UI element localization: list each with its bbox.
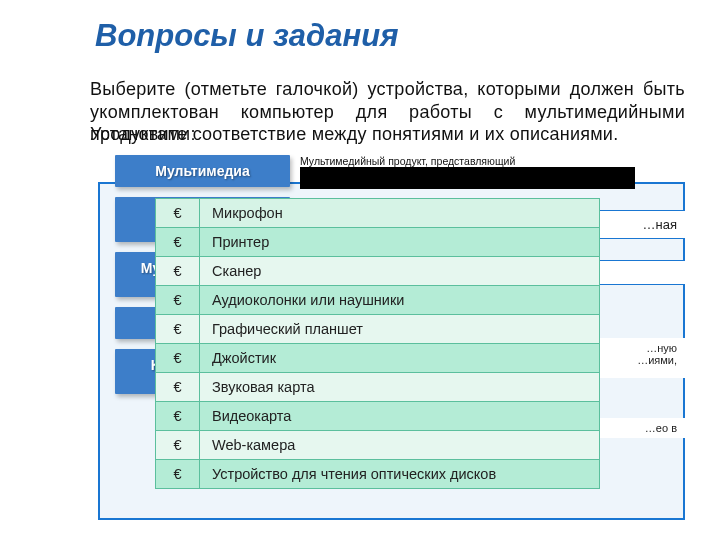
right-fragment-3 bbox=[595, 260, 685, 285]
checkbox-cell[interactable]: € bbox=[156, 373, 200, 402]
device-row: €Сканер bbox=[156, 257, 600, 286]
device-row: €Графический планшет bbox=[156, 315, 600, 344]
device-label: Джойстик bbox=[200, 344, 600, 373]
device-row: €Web-камера bbox=[156, 431, 600, 460]
device-row: €Принтер bbox=[156, 228, 600, 257]
device-label: Принтер bbox=[200, 228, 600, 257]
checkbox-cell[interactable]: € bbox=[156, 199, 200, 228]
checkbox-cell[interactable]: € bbox=[156, 228, 200, 257]
device-label: Видеокарта bbox=[200, 402, 600, 431]
device-label: Микрофон bbox=[200, 199, 600, 228]
prompts: Выберите (отметьте галочкой) устройства,… bbox=[90, 78, 685, 145]
device-row: €Звуковая карта bbox=[156, 373, 600, 402]
checkbox-cell[interactable]: € bbox=[156, 431, 200, 460]
device-label: Web-камера bbox=[200, 431, 600, 460]
frag-line2: собой последовательность слайдов, содерж… bbox=[300, 167, 635, 189]
checkbox-cell[interactable]: € bbox=[156, 286, 200, 315]
right-fragment-2: …ная bbox=[595, 210, 685, 239]
rf4b: …иями, bbox=[637, 354, 677, 366]
device-label: Устройство для чтения оптических дисков bbox=[200, 460, 600, 489]
device-row: €Микрофон bbox=[156, 199, 600, 228]
device-row: €Аудиоколонки или наушники bbox=[156, 286, 600, 315]
checkbox-cell[interactable]: € bbox=[156, 402, 200, 431]
slide: Вопросы и задания Выберите (отметьте гал… bbox=[0, 0, 720, 540]
checkbox-cell[interactable]: € bbox=[156, 315, 200, 344]
device-row: €Джойстик bbox=[156, 344, 600, 373]
device-label: Сканер bbox=[200, 257, 600, 286]
description-fragment-top: Мультимедийный продукт, представляющий с… bbox=[300, 156, 635, 189]
page-title: Вопросы и задания bbox=[95, 18, 398, 54]
device-label: Графический планшет bbox=[200, 315, 600, 344]
device-table: €Микрофон€Принтер€Сканер€Аудиоколонки ил… bbox=[155, 198, 600, 489]
checkbox-cell[interactable]: € bbox=[156, 460, 200, 489]
prompt-match: Установите соответствие между понятиями … bbox=[90, 123, 685, 146]
device-row: €Устройство для чтения оптических дисков bbox=[156, 460, 600, 489]
concept-multimedia[interactable]: Мультимедиа bbox=[115, 155, 290, 187]
device-label: Звуковая карта bbox=[200, 373, 600, 402]
checkbox-cell[interactable]: € bbox=[156, 257, 200, 286]
checkbox-cell[interactable]: € bbox=[156, 344, 200, 373]
rf4a: …ную bbox=[646, 342, 677, 354]
device-row: €Видеокарта bbox=[156, 402, 600, 431]
device-label: Аудиоколонки или наушники bbox=[200, 286, 600, 315]
